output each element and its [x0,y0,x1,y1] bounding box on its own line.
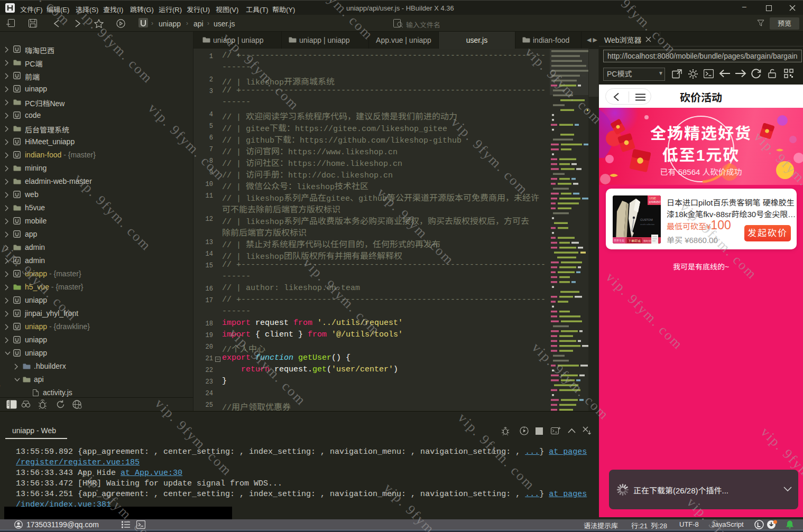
svg-text:1元起: 1元起 [649,197,656,200]
svg-text:百乐专卖: 百乐专卖 [614,239,624,242]
svg-text:urushi collection: urushi collection [640,223,654,226]
svg-text:全场精选好货: 全场精选好货 [649,201,661,203]
svg-text:CUSTOM: CUSTOM [640,218,653,221]
svg-text:下单即减: 下单即减 [628,239,641,242]
